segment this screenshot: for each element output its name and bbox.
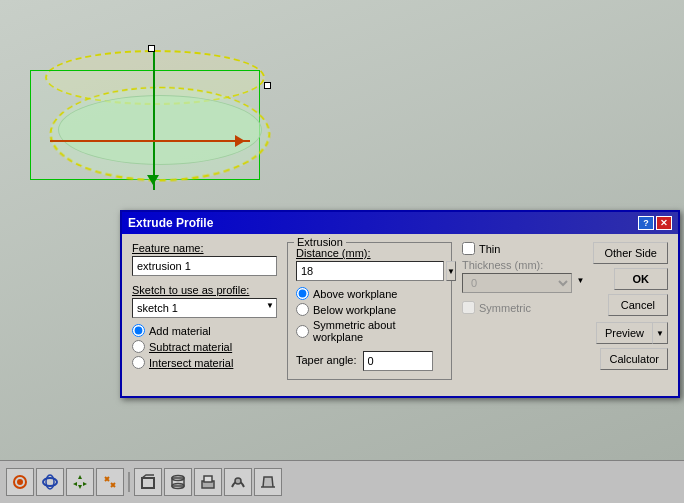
right-bottom-buttons: Preview ▼ Calculator (462, 322, 668, 370)
handle-top (148, 45, 155, 52)
radio-above-workplane[interactable]: Above workplane (296, 287, 443, 300)
right-top-area: Thin Thickness (mm): 0 Symmetric (462, 242, 668, 316)
symmetric-workplane-label: Symmetric about workplane (313, 319, 443, 343)
radio-below-workplane[interactable]: Below workplane (296, 303, 443, 316)
above-workplane-label: Above workplane (313, 288, 397, 300)
distance-label: Distance (mm): (296, 247, 443, 259)
toolbar-btn-3[interactable] (66, 468, 94, 496)
dialog-body: Feature name: Sketch to use as profile: … (122, 234, 678, 396)
svg-point-1 (17, 479, 23, 485)
taper-label: Taper angle: (296, 354, 357, 366)
thickness-select[interactable]: 0 (462, 273, 572, 293)
other-side-button[interactable]: Other Side (593, 242, 668, 264)
calculator-button[interactable]: Calculator (600, 348, 668, 370)
center-panel: Extrusion Distance (mm): ▼ Above workpla… (287, 242, 452, 386)
taper-row: Taper angle: (296, 351, 443, 371)
thin-label: Thin (479, 243, 500, 255)
preview-button[interactable]: Preview (596, 322, 652, 344)
symmetric-checkbox[interactable] (462, 301, 475, 314)
symmetric-row: Symmetric (462, 301, 587, 314)
help-button[interactable]: ? (638, 216, 654, 230)
preview-btn-area: Preview ▼ (596, 322, 668, 344)
toolbar-separator-1 (128, 472, 130, 492)
handle-right (264, 82, 271, 89)
preview-dropdown-icon[interactable]: ▼ (652, 322, 668, 344)
right-top-right: Other Side OK Cancel (593, 242, 668, 316)
svg-rect-4 (142, 478, 154, 488)
intersect-material-label: Intersect material (149, 357, 233, 369)
horizontal-axis (50, 140, 250, 142)
radio-add-material[interactable]: Add material (132, 324, 277, 337)
cancel-button[interactable]: Cancel (608, 294, 668, 316)
left-panel: Feature name: Sketch to use as profile: … (132, 242, 277, 386)
radio-subtract-material[interactable]: Subtract material (132, 340, 277, 353)
vertical-axis (153, 50, 155, 190)
right-panel: Thin Thickness (mm): 0 Symmetric (462, 242, 668, 386)
distance-dropdown-btn[interactable]: ▼ (446, 261, 456, 281)
sketch-label: Sketch to use as profile: (132, 284, 277, 296)
feature-name-input[interactable] (132, 256, 277, 276)
add-material-label: Add material (149, 325, 211, 337)
extrude-profile-dialog: Extrude Profile ? ✕ Feature name: Sketch… (120, 210, 680, 398)
thin-row: Thin (462, 242, 587, 255)
toolbar-btn-7[interactable] (194, 468, 222, 496)
right-top-left: Thin Thickness (mm): 0 Symmetric (462, 242, 587, 314)
ok-button[interactable]: OK (614, 268, 669, 290)
bottom-toolbar (0, 460, 684, 503)
thin-checkbox[interactable] (462, 242, 475, 255)
sketch-select-wrapper: sketch 1 (132, 298, 277, 318)
workplane-radio-group: Above workplane Below workplane Symmetri… (296, 287, 443, 343)
toolbar-btn-8[interactable] (224, 468, 252, 496)
svg-rect-9 (204, 476, 212, 482)
toolbar-btn-9[interactable] (254, 468, 282, 496)
thickness-label: Thickness (mm): (462, 259, 587, 271)
toolbar-btn-5[interactable] (134, 468, 162, 496)
radio-symmetric-workplane[interactable]: Symmetric about workplane (296, 319, 443, 343)
thickness-section: Thickness (mm): 0 (462, 259, 587, 293)
taper-input[interactable] (363, 351, 433, 371)
subtract-material-label: Subtract material (149, 341, 232, 353)
extrusion-group: Extrusion Distance (mm): ▼ Above workpla… (287, 242, 452, 380)
toolbar-btn-1[interactable] (6, 468, 34, 496)
distance-input[interactable] (296, 261, 444, 281)
sketch-select[interactable]: sketch 1 (132, 298, 277, 318)
extrusion-group-title: Extrusion (294, 236, 346, 248)
radio-intersect-material[interactable]: Intersect material (132, 356, 277, 369)
toolbar-btn-6[interactable] (164, 468, 192, 496)
distance-row: ▼ (296, 261, 443, 281)
dialog-title: Extrude Profile (128, 216, 638, 230)
titlebar-buttons: ? ✕ (638, 216, 672, 230)
dialog-titlebar: Extrude Profile ? ✕ (122, 212, 678, 234)
toolbar-btn-4[interactable] (96, 468, 124, 496)
symmetric-label: Symmetric (479, 302, 531, 314)
close-button[interactable]: ✕ (656, 216, 672, 230)
feature-name-label: Feature name: (132, 242, 277, 254)
3d-shape-area (20, 20, 310, 220)
toolbar-btn-2[interactable] (36, 468, 64, 496)
arrow-down-indicator (147, 175, 159, 185)
below-workplane-label: Below workplane (313, 304, 396, 316)
material-radio-group: Add material Subtract material Intersect… (132, 324, 277, 369)
arrow-right-indicator (235, 135, 245, 147)
thickness-select-wrapper: 0 (462, 273, 587, 293)
svg-point-10 (235, 478, 241, 484)
svg-point-2 (43, 478, 57, 486)
